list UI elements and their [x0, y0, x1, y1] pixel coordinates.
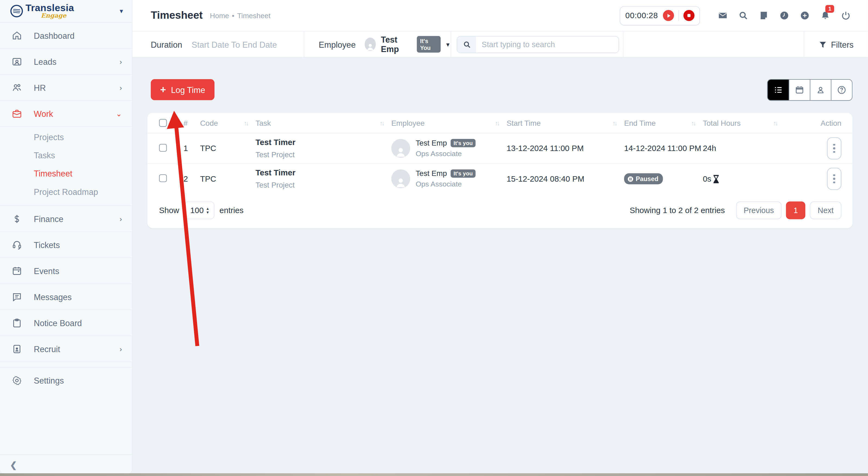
- sort-icon[interactable]: ↑↓: [613, 120, 616, 126]
- sidebar-item-settings[interactable]: Settings: [0, 368, 132, 394]
- its-you-badge: It's you: [451, 139, 475, 147]
- sidebar-item-work[interactable]: Work ⌄: [0, 101, 132, 127]
- help-button[interactable]: [831, 80, 852, 100]
- sidebar-subitem-tasks[interactable]: Tasks: [0, 146, 132, 164]
- row-checkbox[interactable]: [159, 174, 167, 182]
- row-actions-menu-button[interactable]: [827, 137, 841, 159]
- sidebar-nav: Dashboard Leads › HR › Work: [0, 23, 132, 454]
- sidebar-item-recruit[interactable]: Recruit ›: [0, 336, 132, 362]
- row-actions-menu-button[interactable]: [827, 168, 841, 190]
- log-time-button[interactable]: + Log Time: [151, 79, 214, 100]
- sidebar-item-hr[interactable]: HR ›: [0, 75, 132, 101]
- sidebar-item-label: Dashboard: [34, 31, 75, 40]
- paused-status-badge: Paused: [624, 173, 663, 184]
- column-num[interactable]: #: [184, 119, 200, 127]
- total-hours: 0s: [703, 174, 785, 183]
- sidebar-item-label: Recruit: [34, 344, 60, 353]
- sidebar-item-notice-board[interactable]: Notice Board: [0, 310, 132, 336]
- timer-value: 00:00:28: [625, 11, 658, 20]
- sort-icon[interactable]: ↑↓: [773, 120, 777, 126]
- task-name[interactable]: Test Timer: [255, 168, 391, 177]
- sidebar-item-leads[interactable]: Leads ›: [0, 49, 132, 75]
- sidebar-item-tickets[interactable]: Tickets: [0, 232, 132, 258]
- headset-icon: [12, 239, 22, 250]
- project-name[interactable]: Test Project: [255, 150, 391, 159]
- calendar-view-button[interactable]: [789, 80, 810, 100]
- duration-range-field[interactable]: Start Date To End Date: [192, 40, 277, 49]
- notes-icon[interactable]: [753, 7, 774, 24]
- next-page-button[interactable]: Next: [810, 201, 841, 219]
- sidebar-item-dashboard[interactable]: Dashboard: [0, 23, 132, 49]
- collapse-sidebar-icon[interactable]: ❮: [10, 460, 17, 470]
- row-checkbox[interactable]: [159, 144, 167, 151]
- timer-stop-button[interactable]: [683, 10, 694, 21]
- brand-text: Translesia Engage: [26, 3, 74, 19]
- employee-cell: Test EmpIt's you Ops Associate: [392, 169, 507, 188]
- log-time-label: Log Time: [171, 85, 205, 94]
- sort-icon[interactable]: ↑↓: [380, 120, 383, 126]
- brand-chevron-down-icon[interactable]: ▾: [120, 7, 123, 15]
- brand-header[interactable]: Translesia Engage ▾: [0, 0, 132, 23]
- list-view-button[interactable]: [768, 80, 789, 100]
- sidebar-item-label: Notice Board: [34, 318, 82, 328]
- select-all-checkbox[interactable]: [159, 119, 167, 127]
- column-action: Action: [785, 119, 841, 127]
- page-1-button[interactable]: 1: [786, 201, 805, 219]
- sort-icon[interactable]: ↑↓: [244, 120, 248, 126]
- column-employee[interactable]: Employee: [392, 119, 425, 127]
- topbar-actions: 00:00:28: [620, 6, 868, 25]
- app-viewport: Translesia Engage ▾ Dashboard Leads ›: [0, 0, 868, 476]
- column-start-time[interactable]: Start Time: [506, 119, 541, 127]
- id-card-icon: [12, 343, 22, 354]
- previous-page-button[interactable]: Previous: [736, 201, 781, 219]
- sidebar-item-label: Messages: [34, 292, 72, 301]
- end-time: 14-12-2024 11:00 PM: [624, 144, 703, 153]
- filters-button[interactable]: Filters: [804, 31, 868, 57]
- employee-role: Ops Associate: [416, 149, 475, 158]
- sidebar-item-messages[interactable]: Messages: [0, 284, 132, 310]
- sidebar-subitem-project-roadmap[interactable]: Project Roadmap: [0, 183, 132, 201]
- mail-icon[interactable]: [712, 7, 733, 24]
- duration-filter[interactable]: Duration Start Date To End Date: [132, 31, 304, 57]
- sort-icon[interactable]: ↑↓: [691, 120, 695, 126]
- employee-name[interactable]: Test Emp: [416, 169, 447, 178]
- timer-play-button[interactable]: [663, 10, 674, 21]
- table-footer: Show 100 ▲▼ entries Showing 1 to 2 of 2 …: [147, 194, 852, 219]
- add-icon[interactable]: [794, 7, 815, 24]
- project-name[interactable]: Test Project: [255, 181, 391, 190]
- search-icon[interactable]: [733, 7, 753, 24]
- notification-count-badge: 1: [826, 5, 834, 13]
- brand-logo-icon: [10, 4, 23, 18]
- sidebar-item-events[interactable]: Events: [0, 258, 132, 284]
- sidebar-item-finance[interactable]: Finance ›: [0, 206, 132, 232]
- page-size-value: 100: [190, 206, 204, 215]
- sidebar-subitem-projects[interactable]: Projects: [0, 128, 132, 146]
- column-total-hours[interactable]: Total Hours: [703, 119, 740, 127]
- employee-name[interactable]: Test Emp: [416, 139, 447, 147]
- employee-label: Employee: [319, 40, 355, 49]
- by-employee-view-button[interactable]: [810, 80, 831, 100]
- column-end-time[interactable]: End Time: [624, 119, 655, 127]
- filters-label: Filters: [831, 40, 854, 49]
- table-row: 2 TPC Test Timer Test Project Test EmpIt…: [147, 163, 852, 194]
- sidebar-footer: ❮: [0, 454, 132, 475]
- main-content: + Log Time # Code↑↓ Task↑↓: [132, 58, 868, 474]
- chevron-down-icon: ⌄: [116, 109, 122, 117]
- breadcrumb-home[interactable]: Home: [210, 11, 229, 20]
- power-icon[interactable]: [835, 7, 856, 24]
- people-icon: [12, 82, 22, 93]
- sort-icon[interactable]: ↑↓: [495, 120, 499, 126]
- notifications-bell-icon[interactable]: 1: [815, 7, 835, 24]
- brand-tagline: Engage: [26, 12, 66, 19]
- sidebar-subitem-timesheet[interactable]: Timesheet: [0, 165, 132, 183]
- clock-icon[interactable]: [774, 7, 795, 24]
- start-time: 15-12-2024 08:40 PM: [506, 174, 624, 183]
- task-name[interactable]: Test Timer: [255, 138, 391, 147]
- page-size-select[interactable]: 100 ▲▼: [184, 201, 215, 219]
- column-code[interactable]: Code: [200, 119, 218, 127]
- search-input[interactable]: [476, 40, 619, 49]
- column-task[interactable]: Task: [255, 119, 271, 127]
- task-cell: Test Timer Test Project: [255, 168, 391, 190]
- view-toggle-group: [767, 79, 852, 101]
- employee-filter[interactable]: Employee Test Emp It's You ▼: [304, 31, 451, 57]
